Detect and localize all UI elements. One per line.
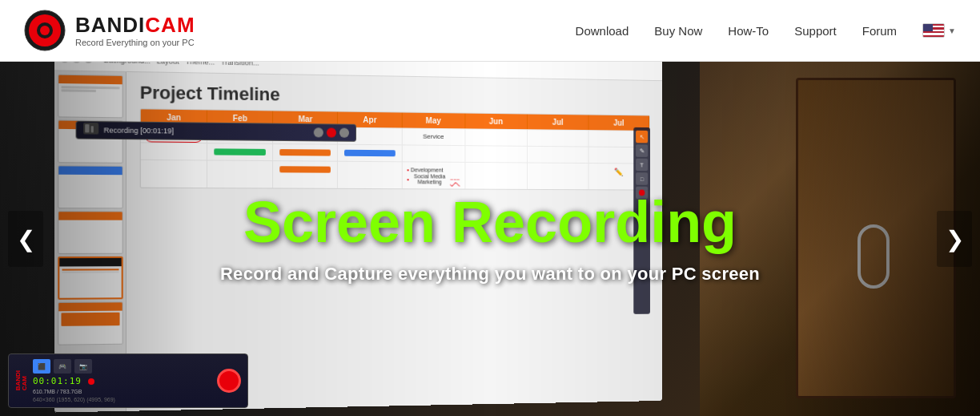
bdc-timer: 00:01:19 [33,376,82,386]
flag-icon [922,23,945,38]
hero-section: Background... Layout Theme... Transition… [0,62,980,416]
bdc-webcam-icon[interactable]: 📷 [74,359,92,374]
svg-point-3 [40,26,50,35]
next-arrow[interactable]: ❯ [937,211,972,267]
logo-bandi: BANDI [75,13,145,37]
bdc-screen-icon[interactable]: ⬛ [33,359,50,374]
language-selector[interactable]: ▼ [922,23,956,38]
logo-icon [24,10,66,51]
bdc-icons-row: ⬛ 🎮 📷 [33,359,212,374]
bdc-stats-row: 00:01:19 [33,376,212,386]
screen-icon: ⬛ [38,363,46,370]
bandicam-toolbar: BANDICAM ⬛ 🎮 📷 00:01:19 610.7MB / 783.7G… [8,353,248,408]
nav-support[interactable]: Support [794,21,837,41]
bdc-game-icon[interactable]: 🎮 [54,359,71,374]
chevron-down-icon: ▼ [948,26,956,35]
logo-text: BANDICAM [75,14,195,37]
logo-cam: CAM [145,13,195,37]
bdc-resolution: 640×360 (1955, 620) (4995, 969) [33,397,212,402]
prev-arrow[interactable]: ❮ [8,211,43,267]
bdc-record-button[interactable] [217,369,241,393]
bandicam-label: BANDICAM [15,370,28,390]
rec-indicator [88,378,94,385]
header: BANDICAM Record Everything on your PC Do… [0,0,980,62]
main-nav: Download Buy Now How-To Support Forum ▼ [576,21,956,41]
bdc-content: ⬛ 🎮 📷 00:01:19 610.7MB / 783.7GB 640×360… [33,359,212,402]
chevron-right-icon: ❯ [946,226,964,252]
chevron-left-icon: ❮ [17,226,35,252]
hero-title: Screen Recording [170,193,810,251]
logo-area: BANDICAM Record Everything on your PC [24,10,195,51]
hero-subtitle: Record and Capture everything you want t… [170,264,810,285]
logo-text-area: BANDICAM Record Everything on your PC [75,14,195,48]
nav-forum[interactable]: Forum [862,21,897,41]
hero-text-container: Screen Recording Record and Capture ever… [170,193,810,285]
game-icon: 🎮 [58,363,66,370]
nav-buy-now[interactable]: Buy Now [654,21,702,41]
webcam-icon: 📷 [79,363,87,370]
logo-tagline: Record Everything on your PC [75,38,195,47]
nav-download[interactable]: Download [576,21,629,41]
nav-how-to[interactable]: How-To [728,21,769,41]
bdc-stats: 610.7MB / 783.7GB [33,389,212,394]
